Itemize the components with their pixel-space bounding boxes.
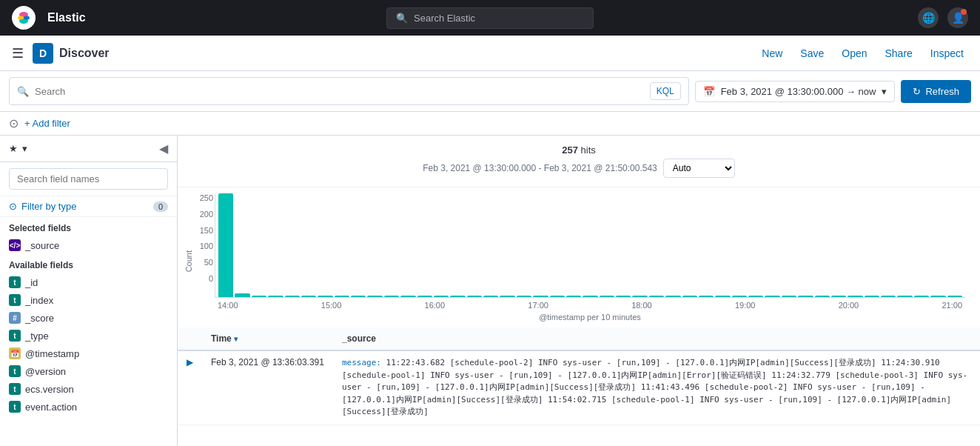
search-icon: 🔍: [17, 86, 29, 97]
hits-count: 257: [562, 144, 578, 156]
chart-bar: [550, 296, 565, 297]
chart-bar: [914, 296, 929, 297]
field-type-badge-text: t: [9, 383, 21, 395]
field-type-badge-number: #: [9, 312, 21, 324]
field-item-event-action[interactable]: t event.action: [0, 398, 177, 416]
field-item-version[interactable]: t @version: [0, 362, 177, 380]
field-item-type[interactable]: t _type: [0, 327, 177, 345]
y-label-150: 150: [187, 226, 213, 235]
chart-bar: [268, 296, 283, 297]
index-pattern: ★ ▾: [9, 143, 27, 154]
y-label-200: 200: [187, 210, 213, 219]
chart-bar: [301, 296, 316, 297]
field-type-badge-text: t: [9, 294, 21, 306]
chart-bar: [616, 296, 631, 297]
x-label-2100: 21:00: [942, 301, 962, 310]
field-item-ecs-version[interactable]: t ecs.version: [0, 380, 177, 398]
chart-bar: [815, 296, 830, 297]
sort-icon: ▾: [234, 335, 238, 343]
hits-label: hits: [581, 144, 596, 156]
chart-bar: [533, 296, 548, 297]
auto-select[interactable]: Auto 5 minutes 10 minutes 30 minutes: [663, 159, 735, 178]
chart-bar: [285, 296, 300, 297]
x-label-1700: 17:00: [528, 301, 548, 310]
chart-bar: [434, 296, 449, 297]
app-name: Elastic: [47, 11, 86, 24]
field-item-id[interactable]: t _id: [0, 273, 177, 291]
chart-bar: [649, 296, 664, 297]
chart-bar: [600, 296, 614, 297]
field-name-ecs-version: ecs.version: [25, 384, 74, 395]
source-key-message: message:: [342, 358, 386, 367]
search-icon: 🔍: [396, 13, 408, 24]
x-axis-title: @timestamp per 10 minutes: [215, 313, 965, 322]
filter-bar: ⊙ + Add filter: [0, 112, 980, 136]
chart-bar: [831, 296, 846, 297]
search-input-wrapper[interactable]: 🔍 KQL: [9, 77, 689, 105]
field-type-badge-text: t: [9, 276, 21, 288]
svg-point-2: [18, 16, 24, 20]
filter-by-type[interactable]: ⊙ Filter by type 0: [0, 196, 177, 217]
field-item-timestamp[interactable]: 📅 @timestamp: [0, 345, 177, 362]
add-filter-button[interactable]: + Add filter: [24, 118, 70, 129]
field-item-score[interactable]: # _score: [0, 309, 177, 327]
user-icon-btn[interactable]: 👤: [947, 7, 968, 28]
chart-bar: [699, 296, 714, 297]
global-search-input[interactable]: [414, 13, 584, 24]
global-search-bar[interactable]: 🔍: [386, 7, 594, 29]
save-button[interactable]: Save: [793, 43, 831, 64]
chart-bar: [400, 296, 415, 297]
table-row: ▶ Feb 3, 2021 @ 13:36:03.391 message: 11…: [178, 350, 980, 425]
notification-dot: [961, 9, 967, 15]
x-axis: 14:00 15:00 16:00 17:00 18:00 19:00 20:0…: [215, 298, 965, 313]
refresh-button[interactable]: ↻ Refresh: [901, 80, 971, 103]
page-title: Discover: [59, 47, 110, 60]
field-item-index[interactable]: t _index: [0, 291, 177, 309]
chart-container: 250 200 150 100 50 0 Count 14:00 15:00 1…: [178, 187, 980, 322]
chart-bar: [218, 193, 233, 297]
chart-bar: [947, 296, 962, 297]
calendar-icon: 📅: [703, 86, 715, 97]
field-type-badge-text: t: [9, 365, 21, 377]
kql-badge[interactable]: KQL: [650, 82, 681, 100]
field-name-source: _source: [25, 240, 59, 251]
y-label-0: 0: [187, 274, 213, 283]
date-picker[interactable]: 📅 Feb 3, 2021 @ 13:30:00.000 → now ▾: [695, 81, 896, 102]
menu-icon[interactable]: ☰: [9, 42, 27, 64]
hits-range: Feb 3, 2021 @ 13:30:00.000 - Feb 3, 2021…: [187, 159, 971, 178]
chart-bar: [252, 296, 266, 297]
time-col-header[interactable]: Time ▾: [202, 327, 333, 350]
chevron-icon[interactable]: ▾: [22, 143, 27, 154]
x-label-1800: 18:00: [631, 301, 652, 310]
elastic-logo[interactable]: [12, 6, 36, 30]
time-header-label: Time: [211, 333, 234, 344]
chart-bar: [897, 296, 912, 297]
expand-row-button[interactable]: ▶: [187, 357, 193, 367]
chart-bar: [450, 296, 465, 297]
field-name-type: _type: [25, 330, 49, 342]
sidebar-search: [0, 162, 177, 196]
inspect-button[interactable]: Inspect: [923, 43, 971, 64]
date-range-text: Feb 3, 2021 @ 13:30:00.000 → now: [721, 86, 876, 97]
open-button[interactable]: Open: [834, 43, 874, 64]
refresh-icon: ↻: [913, 86, 921, 97]
top-nav: Elastic 🔍 🌐 👤: [0, 0, 980, 36]
chart-bar: [483, 296, 498, 297]
field-search-input[interactable]: [9, 168, 168, 190]
sub-nav-actions: New Save Open Share Inspect: [754, 43, 971, 64]
filter-count-badge: 0: [153, 202, 168, 212]
search-input[interactable]: [35, 86, 644, 97]
filter-by-type-label: ⊙ Filter by type: [9, 201, 76, 212]
sub-nav: ☰ D Discover New Save Open Share Inspect: [0, 36, 980, 71]
chart-bar: [583, 296, 597, 297]
share-button[interactable]: Share: [878, 43, 920, 64]
chart-bar: [865, 296, 879, 297]
field-name-version: @version: [25, 366, 66, 377]
collapse-sidebar-button[interactable]: ◀: [159, 142, 168, 156]
globe-icon-btn[interactable]: 🌐: [918, 7, 939, 28]
field-item-source[interactable]: </> _source: [0, 236, 177, 254]
chart-bar: [566, 296, 581, 297]
new-button[interactable]: New: [754, 43, 790, 64]
chart-bar: [351, 296, 366, 297]
filter-icon: ⊙: [9, 116, 19, 130]
